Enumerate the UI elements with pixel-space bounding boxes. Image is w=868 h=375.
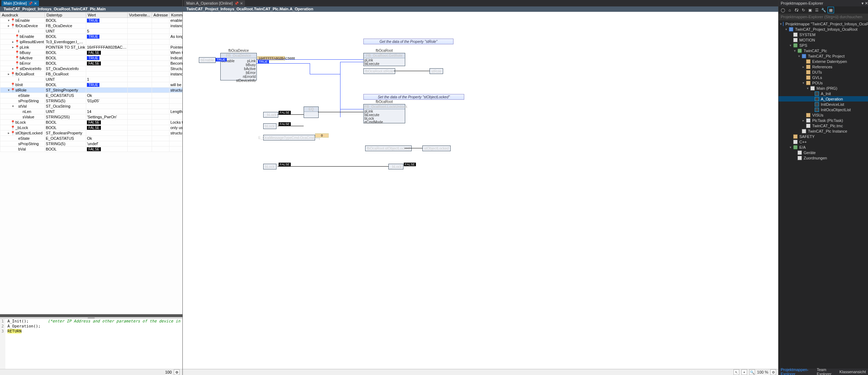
- search-input[interactable]: [779, 14, 868, 20]
- tree-node[interactable]: ▾TwinCAT_Plc Project: [779, 53, 868, 59]
- node-ecmd[interactable]: E_OcaMessageTypeCmd.OcaCmdRrq: [263, 135, 315, 140]
- watch-row[interactable]: ▸📍 stObjectLockedST_BooleanPropertystruc…: [0, 130, 183, 136]
- watch-row[interactable]: eStateE_OCASTATUSOk: [0, 93, 183, 98]
- node-strole-src[interactable]: fbOcaRoot.stRole: [363, 68, 395, 74]
- watch-row[interactable]: 📍 _bLockBOOLFALSEonly used to recognize …: [0, 125, 183, 130]
- eq-block[interactable]: EQ: [304, 107, 319, 118]
- pin-icon[interactable]: 📌: [234, 1, 239, 5]
- props-icon[interactable]: 🔧: [821, 7, 827, 13]
- status-class[interactable]: Klassenansicht: [839, 370, 866, 374]
- tab-main-online[interactable]: Main [Online] 📌 ✕: [1, 0, 39, 6]
- twisty-icon[interactable]: ▾: [780, 22, 782, 26]
- col-header[interactable]: Adresse: [152, 13, 170, 18]
- watch-row[interactable]: ▾📍 bEnableBOOLTRUEenable or disable the …: [0, 18, 183, 23]
- tree-node[interactable]: A_Init: [779, 91, 868, 96]
- tree-node[interactable]: TwinCAT_Plc.tmc: [779, 123, 868, 128]
- twisty-icon[interactable]: ▸: [7, 131, 10, 135]
- twisty-icon[interactable]: ▸: [11, 67, 15, 70]
- watch-row[interactable]: 📍 bLockBOOLFALSELocks the object so th…t…: [0, 120, 183, 125]
- watch-row[interactable]: bValBOOLFALSE: [0, 147, 183, 152]
- collapse-icon[interactable]: ▣: [807, 7, 813, 13]
- status-explorer[interactable]: Projektmappen-Explorer: [781, 367, 814, 375]
- watch-row[interactable]: ▸📍 fbOcaDeviceFB_OcaDeviceinstance of th…: [0, 23, 183, 29]
- tree-node[interactable]: Zuordnungen: [779, 155, 868, 161]
- tree-node[interactable]: InitOcaObjectList: [779, 107, 868, 112]
- fb-lockunlock[interactable]: fbOcaRoot FB_OcaRoot.LockUnlock pLink bE…: [363, 104, 405, 123]
- explorer-tree[interactable]: ▾Projektmappe "TwinCAT_Project_Infosys_O…: [779, 20, 868, 369]
- tree-node[interactable]: ▾TwinCAT_Plc: [779, 48, 868, 53]
- tree-node[interactable]: C++: [779, 139, 868, 144]
- zoom-config-icon[interactable]: ⚙: [174, 369, 180, 375]
- col-header[interactable]: Datentyp: [45, 13, 86, 18]
- tree-node[interactable]: Geräte: [779, 150, 868, 155]
- twisty-icon[interactable]: ▾: [789, 145, 792, 149]
- sync-icon[interactable]: 🗘: [794, 7, 799, 13]
- h-scrollbar[interactable]: [0, 314, 182, 317]
- col-header[interactable]: Vorbereite...: [127, 13, 152, 18]
- tree-node[interactable]: SAFETY: [779, 134, 868, 139]
- twisty-icon[interactable]: ▾: [797, 54, 801, 58]
- watch-row[interactable]: ▸📍 fbOcaRootFB_OcaRootinstance of the fu…: [0, 71, 183, 77]
- chevron-down-icon[interactable]: ▾ ✕: [862, 0, 868, 6]
- tree-node[interactable]: GVLs: [779, 75, 868, 80]
- watch-row[interactable]: iUINT1: [0, 77, 183, 82]
- watch-row[interactable]: ▸📍 ipResultEventTc3_Eventlogger.I_…: [0, 39, 183, 45]
- cursor-icon[interactable]: ↖: [734, 369, 739, 375]
- twisty-icon[interactable]: ▸: [801, 119, 805, 122]
- tree-node[interactable]: SYSTEM: [779, 32, 868, 37]
- twisty-icon[interactable]: ▾: [789, 44, 792, 47]
- close-icon[interactable]: ✕: [240, 1, 243, 5]
- twisty-icon[interactable]: ▾: [7, 88, 10, 92]
- splitter[interactable]: [0, 317, 182, 319]
- node-block2[interactable]: bLock: [263, 123, 276, 129]
- tree-node[interactable]: Externe Datentypen: [779, 59, 868, 64]
- home-icon[interactable]: ⌂: [787, 7, 793, 13]
- tree-node[interactable]: ▾SPS: [779, 43, 868, 48]
- twisty-icon[interactable]: ▸: [7, 24, 10, 28]
- twisty-icon[interactable]: ▾: [7, 19, 10, 22]
- watch-row[interactable]: nLenUINT14Length of string: [0, 109, 183, 114]
- back-icon[interactable]: ◯: [780, 7, 786, 13]
- watch-row[interactable]: eStateE_OCASTATUSOk: [0, 136, 183, 141]
- watch-row[interactable]: 📍 bInitBOOLTRUEwill be TRUE after the fi…: [0, 82, 183, 88]
- twisty-icon[interactable]: ▸: [7, 72, 10, 76]
- plus-icon[interactable]: +: [741, 369, 747, 375]
- node-objlocked-dst[interactable]: stObjectLocked: [422, 145, 451, 151]
- twisty-icon[interactable]: ▾: [784, 28, 788, 31]
- watch-row[interactable]: 📍 bBusyBOOLFALSEWhen the function blo…s …: [0, 50, 183, 55]
- tree-node[interactable]: ▾Projektmappe "TwinCAT_Project_Infosys_O…: [779, 21, 868, 26]
- close-icon[interactable]: ✕: [34, 1, 37, 5]
- watch-row[interactable]: sPropStringSTRING(5)'01p05': [0, 98, 183, 104]
- tree-icon[interactable]: ☰: [814, 7, 820, 13]
- tree-node[interactable]: A_Operation: [779, 96, 868, 102]
- node-block4[interactable]: _bLock: [388, 164, 403, 169]
- pin-icon[interactable]: 📌: [28, 1, 33, 5]
- tree-node[interactable]: ▸PlcTask (PlcTask): [779, 118, 868, 123]
- watch-row[interactable]: ▾📍 stRoleST_StringPropertystructure whic…: [0, 88, 183, 93]
- showall-icon[interactable]: ▦: [828, 7, 834, 13]
- twisty-icon[interactable]: ▾: [801, 81, 805, 85]
- col-header[interactable]: Ausdruck: [0, 13, 45, 18]
- twisty-icon[interactable]: ▾: [806, 87, 809, 90]
- watch-row[interactable]: 📍 bErrorBOOLFALSEBecomes TRUE as soo…an …: [0, 61, 183, 66]
- node-block3[interactable]: bLock: [263, 164, 276, 169]
- fb-ocadevice[interactable]: fbOcaDevice FB_OcaDevice bEnable pLink b…: [220, 53, 257, 80]
- watch-row[interactable]: sPropStringSTRING(5)'undef': [0, 141, 183, 147]
- tree-node[interactable]: DUTs: [779, 69, 868, 75]
- tree-node[interactable]: InitDeviceList: [779, 102, 868, 107]
- node-objlocked-src[interactable]: fbOcaRoot.stObjectLocked: [365, 145, 412, 151]
- watch-row[interactable]: ▸📍 pLinkPOINTER TO ST_Link16#FFFFFA802BA…: [0, 45, 183, 50]
- status-team[interactable]: Team Explorer: [817, 367, 837, 375]
- diagram-canvas[interactable]: Get the data of the Property "stRole" Se…: [183, 12, 778, 369]
- node-block1[interactable]: _bLock: [263, 112, 278, 118]
- watch-row[interactable]: iUINT5: [0, 29, 183, 34]
- code-editor[interactable]: 123 A_Init(); (*enter IP Address and oth…: [0, 319, 182, 369]
- tree-node[interactable]: ▾TwinCAT_Project_Infosys_OcaRoot: [779, 26, 868, 32]
- watch-table-wrap[interactable]: AusdruckDatentypWertVorbereite...Adresse…: [0, 12, 182, 314]
- col-header[interactable]: Wert: [86, 13, 128, 18]
- twisty-icon[interactable]: ▸: [11, 45, 15, 49]
- twisty-icon[interactable]: ▸: [11, 40, 15, 44]
- col-header[interactable]: Kommentar: [170, 13, 182, 18]
- tab-a-operation[interactable]: Main.A_Operation [Online] 📌 ✕: [184, 0, 245, 6]
- watch-row[interactable]: sValueSTRING(255)'Settings_PwrOn': [0, 114, 183, 120]
